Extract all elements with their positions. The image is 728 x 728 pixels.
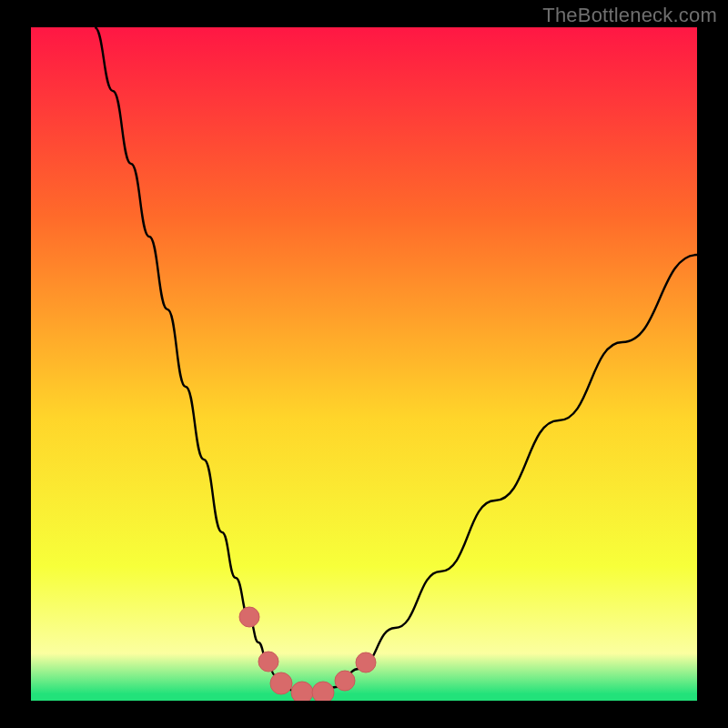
- marker-right-lower: [335, 671, 355, 691]
- marker-left-lower: [258, 652, 278, 672]
- bottleneck-chart: [31, 27, 697, 701]
- plot-area: [31, 27, 697, 701]
- marker-right-upper: [356, 652, 376, 672]
- marker-bottom-2: [291, 682, 313, 701]
- marker-left-upper: [239, 607, 259, 627]
- marker-bottom-3: [312, 682, 334, 701]
- watermark-text: TheBottleneck.com: [542, 4, 717, 27]
- outer-frame: TheBottleneck.com: [0, 0, 728, 728]
- marker-bottom-1: [270, 672, 292, 694]
